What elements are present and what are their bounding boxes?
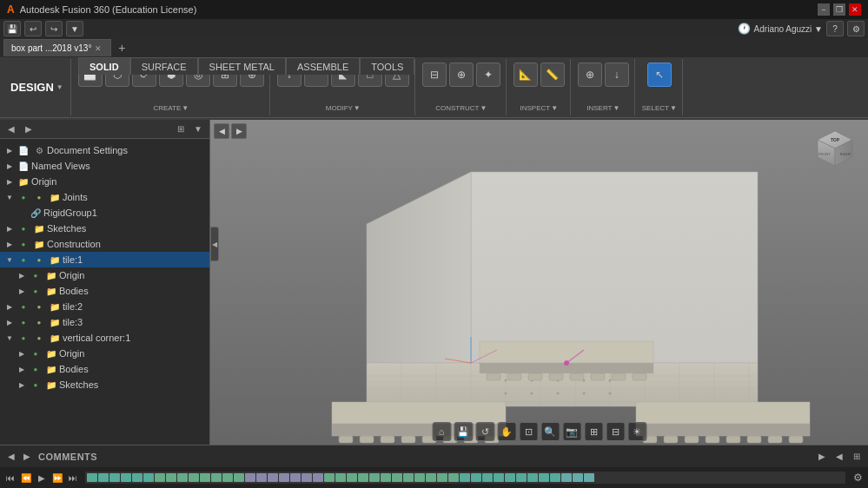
tree-item-sketches[interactable]: ▶ ● 📁 Sketches [0, 221, 209, 236]
undo-button[interactable]: ↩ [24, 21, 42, 36]
timeline-end-button[interactable]: ⏭ [66, 471, 80, 485]
timeline-play-button[interactable]: ▶ [35, 471, 49, 485]
expand-panel-icon[interactable]: ▶ [814, 449, 830, 465]
zoom-extents-button[interactable]: ⊡ [519, 422, 538, 441]
insert-import-button[interactable]: ↓ [605, 63, 629, 87]
timeline-segment[interactable] [437, 473, 447, 482]
timeline-segment[interactable] [347, 473, 357, 482]
timeline-segment[interactable] [166, 473, 176, 482]
history-button[interactable]: ▼ [66, 21, 83, 36]
tree-item-vc1-sketches[interactable]: ▶ ● 📁 Sketches [0, 377, 209, 392]
timeline-segment[interactable] [505, 473, 515, 482]
timeline-segment[interactable] [584, 473, 594, 482]
select-button[interactable]: ↖ [647, 63, 672, 87]
select-dropdown[interactable]: SELECT ▼ [642, 104, 677, 112]
timeline-settings-button[interactable]: ⚙ [851, 471, 865, 485]
tree-item-named-views[interactable]: ▶ 📄 Named Views [0, 158, 209, 174]
timeline-next-button[interactable]: ⏩ [50, 471, 64, 485]
timeline-segment[interactable] [482, 473, 493, 482]
tab-solid[interactable]: SOLID [78, 57, 130, 75]
tree-item-tile1-bodies[interactable]: ▶ ● 📁 Bodies [0, 283, 209, 299]
timeline-segment[interactable] [143, 473, 154, 482]
help-button[interactable]: ? [826, 21, 844, 36]
timeline-segment[interactable] [222, 473, 233, 482]
tree-item-vc1-origin[interactable]: ▶ ● 📁 Origin [0, 346, 209, 361]
viewport-back-button[interactable]: ◀ [214, 123, 229, 139]
timeline-segment[interactable] [290, 473, 301, 482]
insert-derive-button[interactable]: ⊕ [578, 63, 602, 87]
orbit-button[interactable]: ↺ [475, 422, 494, 441]
timeline-segment[interactable] [426, 473, 436, 482]
viewport[interactable]: ◀ ▶ [210, 120, 868, 445]
construct-dropdown[interactable]: CONSTRUCT ▼ [435, 104, 487, 112]
tree-item-origin[interactable]: ▶ 📁 Origin [0, 174, 209, 189]
timeline-segment[interactable] [177, 473, 188, 482]
add-tab-button[interactable]: + [113, 39, 130, 56]
timeline-segment[interactable] [268, 473, 278, 482]
viewport-expand-button[interactable]: ▶ [231, 123, 247, 139]
tab-sheet-metal[interactable]: SHEET METAL [198, 57, 286, 75]
create-dropdown[interactable]: CREATE ▼ [153, 104, 189, 112]
construct-offset-plane-button[interactable]: ⊟ [422, 63, 447, 87]
timeline-segment[interactable] [279, 473, 289, 482]
panel-expand-button[interactable]: ⊞ [173, 122, 189, 137]
display-settings-button[interactable]: ⊞ [584, 422, 603, 441]
timeline-segment[interactable] [448, 473, 459, 482]
timeline-segment[interactable] [132, 473, 142, 482]
tree-item-construction[interactable]: ▶ ● 📁 Construction [0, 236, 209, 252]
timeline-segment[interactable] [121, 473, 131, 482]
timeline-track[interactable] [85, 472, 845, 484]
timeline-segment[interactable] [98, 473, 109, 482]
timeline-segment[interactable] [414, 473, 425, 482]
tree-item-joints[interactable]: ▼ ● ● 📁 Joints [0, 189, 209, 205]
timeline-segment[interactable] [335, 473, 346, 482]
timeline-segment[interactable] [324, 473, 335, 482]
timeline-segment[interactable] [561, 473, 572, 482]
minimize-button[interactable]: − [818, 3, 830, 16]
timeline-segment[interactable] [234, 473, 244, 482]
timeline-segment[interactable] [109, 473, 120, 482]
timeline-segment[interactable] [369, 473, 380, 482]
timeline-segment[interactable] [87, 473, 97, 482]
timeline-segment[interactable] [245, 473, 255, 482]
tree-item-vertical-corner1[interactable]: ▼ ● ● 📁 vertical corner:1 [0, 330, 209, 346]
pan-button[interactable]: ✋ [497, 422, 516, 441]
timeline-segment[interactable] [358, 473, 368, 482]
panel-left-back-button[interactable]: ◀ [3, 449, 19, 465]
construct-midplane-button[interactable]: ⊕ [449, 63, 474, 87]
panel-left-forward-button[interactable]: ▶ [19, 449, 35, 465]
timeline-segment[interactable] [381, 473, 391, 482]
tab-assemble[interactable]: ASSEMBLE [286, 57, 360, 75]
navcube[interactable]: TOP FRONT RIGHT [809, 127, 861, 179]
timeline-segment[interactable] [155, 473, 165, 482]
restore-button[interactable]: ❒ [833, 3, 845, 16]
save-button[interactable]: 💾 [3, 21, 21, 36]
inspect-measure-button[interactable]: 📐 [514, 63, 538, 87]
timeline-segment[interactable] [200, 473, 210, 482]
timeline-segment[interactable] [539, 473, 549, 482]
redo-button[interactable]: ↪ [45, 21, 63, 36]
timeline-segment[interactable] [516, 473, 527, 482]
tree-item-tile1[interactable]: ▼ ● ● 📁 tile:1 [0, 252, 209, 267]
tree-item-vc1-bodies[interactable]: ▶ ● 📁 Bodies [0, 361, 209, 377]
timeline-segment[interactable] [550, 473, 560, 482]
tab-close-icon[interactable]: ✕ [95, 44, 103, 53]
timeline-begin-button[interactable]: ⏮ [3, 471, 17, 485]
timeline-prev-button[interactable]: ⏪ [19, 471, 33, 485]
tree-item-tile3[interactable]: ▶ ● ● 📁 tile:3 [0, 314, 209, 330]
left-panel-collapse-handle[interactable]: ◀ [210, 227, 219, 261]
collapse-panel-icon[interactable]: ◀ [832, 449, 847, 465]
design-dropdown[interactable]: DESIGN ▼ [3, 59, 71, 115]
timeline-segment[interactable] [392, 473, 402, 482]
save-view-button[interactable]: 💾 [454, 422, 473, 441]
tab-surface[interactable]: SURFACE [130, 57, 198, 75]
timeline-segment[interactable] [403, 473, 414, 482]
inspect-dropdown[interactable]: INSPECT ▼ [520, 104, 558, 112]
zoom-button[interactable]: 🔍 [540, 422, 560, 441]
modify-dropdown[interactable]: MODIFY ▼ [326, 104, 361, 112]
settings-button[interactable]: ⚙ [847, 21, 865, 36]
timeline-segment[interactable] [313, 473, 323, 482]
timeline-segment[interactable] [189, 473, 199, 482]
camera-button[interactable]: 📷 [562, 422, 581, 441]
timeline-segment[interactable] [211, 473, 222, 482]
